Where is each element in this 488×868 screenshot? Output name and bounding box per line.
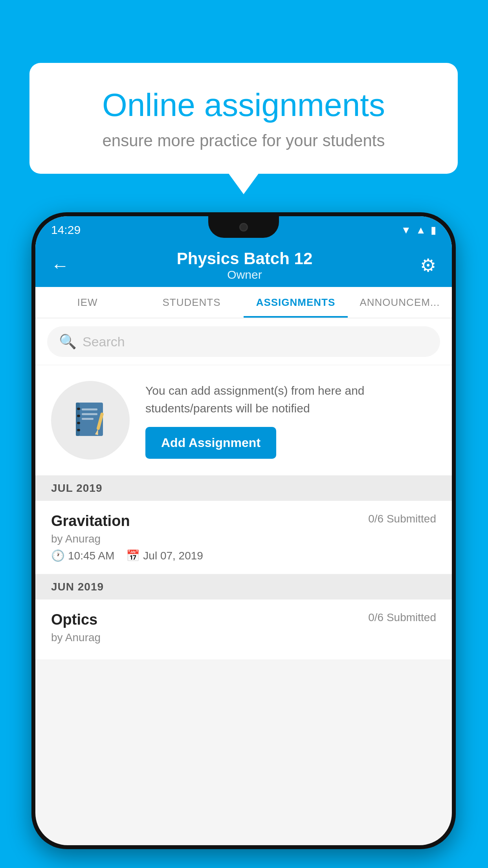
tab-iew[interactable]: IEW xyxy=(35,287,139,318)
notch-camera xyxy=(239,223,248,232)
status-time: 14:29 xyxy=(51,223,81,237)
assignment-item-gravitation[interactable]: Gravitation 0/6 Submitted by Anurag 🕐 10… xyxy=(35,501,452,574)
speech-bubble-container: Online assignments ensure more practice … xyxy=(29,63,458,174)
header-subtitle: Owner xyxy=(177,268,313,281)
search-icon: 🔍 xyxy=(59,333,77,350)
speech-bubble-subtitle: ensure more practice for your students xyxy=(61,131,426,150)
back-button[interactable]: ← xyxy=(51,255,69,276)
tabs-bar: IEW STUDENTS ASSIGNMENTS ANNOUNCEM... xyxy=(35,287,452,318)
promo-content: You can add assignment(s) from here and … xyxy=(145,382,436,459)
header-title: Physics Batch 12 xyxy=(177,249,313,268)
svg-rect-3 xyxy=(82,418,94,420)
svg-rect-5 xyxy=(77,408,80,410)
tab-students[interactable]: STUDENTS xyxy=(139,287,244,318)
assignment-submitted-optics: 0/6 Submitted xyxy=(368,611,436,624)
assignment-by: by Anurag xyxy=(51,533,436,545)
notebook-svg-icon xyxy=(74,401,107,440)
clock-icon: 🕐 xyxy=(51,549,65,562)
assignment-item-optics[interactable]: Optics 0/6 Submitted by Anurag xyxy=(35,600,452,660)
meta-date: 📅 Jul 07, 2019 xyxy=(126,549,203,562)
speech-bubble-title: Online assignments xyxy=(61,86,426,123)
status-icons: ▼ ▲ ▮ xyxy=(401,224,436,236)
section-header-jun-2019: JUN 2019 xyxy=(35,574,452,600)
promo-description: You can add assignment(s) from here and … xyxy=(145,382,436,417)
assignment-name: Gravitation xyxy=(51,513,130,530)
section-header-jul-2019: JUL 2019 xyxy=(35,476,452,501)
gear-icon[interactable]: ⚙ xyxy=(420,255,436,276)
assignment-meta: 🕐 10:45 AM 📅 Jul 07, 2019 xyxy=(51,549,436,562)
phone-frame: 14:29 ▼ ▲ ▮ ← Physics Batch 12 Owner ⚙ I… xyxy=(31,212,456,849)
signal-icon: ▲ xyxy=(416,224,426,236)
battery-icon: ▮ xyxy=(431,224,436,236)
add-assignment-button[interactable]: Add Assignment xyxy=(145,427,276,459)
assignment-submitted: 0/6 Submitted xyxy=(368,513,436,525)
svg-rect-8 xyxy=(77,429,80,431)
svg-rect-2 xyxy=(82,413,97,415)
header-center: Physics Batch 12 Owner xyxy=(177,249,313,281)
assignment-by-optics: by Anurag xyxy=(51,631,436,644)
promo-icon-circle xyxy=(51,381,130,460)
wifi-icon: ▼ xyxy=(401,224,411,236)
meta-time: 🕐 10:45 AM xyxy=(51,549,114,562)
phone-inner: 14:29 ▼ ▲ ▮ ← Physics Batch 12 Owner ⚙ I… xyxy=(35,216,452,845)
assignment-row-top: Gravitation 0/6 Submitted xyxy=(51,513,436,530)
notch xyxy=(208,216,279,238)
calendar-icon: 📅 xyxy=(126,549,140,562)
search-input[interactable]: Search xyxy=(83,334,125,349)
app-header: ← Physics Batch 12 Owner ⚙ xyxy=(35,244,452,287)
svg-rect-1 xyxy=(82,408,97,410)
assignment-name-optics: Optics xyxy=(51,611,97,628)
search-container: 🔍 Search xyxy=(35,318,452,365)
svg-rect-7 xyxy=(77,422,80,424)
add-assignment-promo: You can add assignment(s) from here and … xyxy=(35,365,452,476)
status-bar: 14:29 ▼ ▲ ▮ xyxy=(35,216,452,244)
assignment-time: 10:45 AM xyxy=(68,550,114,562)
tab-announcements[interactable]: ANNOUNCEM... xyxy=(348,287,452,318)
search-input-wrap[interactable]: 🔍 Search xyxy=(47,326,440,357)
assignment-date: Jul 07, 2019 xyxy=(143,550,203,562)
svg-rect-6 xyxy=(77,415,80,417)
speech-bubble: Online assignments ensure more practice … xyxy=(29,63,458,174)
assignment-row-top-optics: Optics 0/6 Submitted xyxy=(51,611,436,628)
tab-assignments[interactable]: ASSIGNMENTS xyxy=(244,287,348,318)
